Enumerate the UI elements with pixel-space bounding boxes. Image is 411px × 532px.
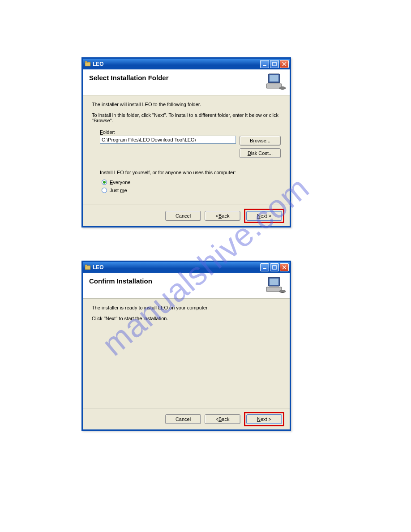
install-for-text: Install LEO for yourself, or for anyone …: [100, 170, 281, 175]
disk-cost-button[interactable]: Disk Cost...: [240, 148, 281, 158]
folder-label: Folder:: [100, 129, 281, 135]
window-title: LEO: [93, 61, 259, 67]
folder-input[interactable]: [100, 136, 236, 144]
svg-rect-19: [266, 287, 282, 292]
computer-installer-icon: [265, 71, 286, 93]
cancel-button[interactable]: Cancel: [165, 414, 201, 424]
installer-icon: [85, 264, 91, 270]
minimize-button[interactable]: [260, 263, 269, 271]
next-button[interactable]: Next >: [246, 414, 282, 424]
next-button-highlight: Next >: [244, 412, 284, 426]
radio-everyone[interactable]: Everyone: [102, 180, 281, 185]
dialog-body: The installer will install LEO to the fo…: [83, 95, 290, 205]
svg-point-10: [279, 86, 286, 89]
svg-rect-13: [263, 268, 266, 269]
radio-icon: [102, 180, 107, 185]
dialog-header: Select Installation Folder: [83, 69, 290, 95]
computer-installer-icon: [265, 275, 286, 296]
window-title: LEO: [93, 264, 259, 270]
svg-rect-18: [270, 279, 278, 285]
radio-everyone-label: Everyone: [110, 180, 130, 185]
next-button-highlight: Next >: [244, 209, 284, 223]
radio-icon: [102, 188, 107, 193]
svg-rect-11: [85, 266, 90, 270]
maximize-button[interactable]: [270, 60, 279, 68]
maximize-button[interactable]: [270, 263, 279, 271]
installer-dialog-select-folder: LEO Select Installation Folder The insta…: [81, 57, 291, 227]
close-button[interactable]: [280, 60, 289, 68]
svg-rect-8: [266, 84, 282, 88]
back-button[interactable]: < Back: [205, 414, 240, 424]
titlebar[interactable]: LEO: [83, 59, 290, 69]
radio-just-me[interactable]: Just me: [102, 188, 281, 193]
page-title: Confirm Installation: [89, 277, 283, 285]
browse-button[interactable]: Browse...: [240, 136, 281, 146]
svg-rect-12: [85, 265, 87, 266]
titlebar[interactable]: LEO: [83, 262, 290, 273]
dialog-footer: Cancel < Back Next >: [83, 205, 290, 226]
radio-just-me-label: Just me: [110, 188, 127, 193]
svg-rect-7: [270, 75, 278, 82]
close-button[interactable]: [280, 263, 289, 271]
installer-icon: [85, 61, 91, 67]
instruction-text-2: To install in this folder, click "Next".…: [92, 112, 281, 123]
dialog-footer: Cancel < Back Next >: [83, 408, 290, 429]
svg-rect-0: [85, 62, 90, 66]
back-button[interactable]: < Back: [205, 211, 240, 221]
svg-point-21: [279, 290, 286, 292]
instruction-text-1: The installer is ready to install LEO on…: [92, 305, 281, 310]
next-button[interactable]: Next >: [246, 211, 282, 221]
minimize-button[interactable]: [260, 60, 269, 68]
installer-dialog-confirm: LEO Confirm Installation The installer i…: [81, 261, 291, 431]
svg-rect-3: [273, 62, 276, 66]
svg-rect-2: [263, 65, 266, 66]
page-title: Select Installation Folder: [89, 74, 283, 82]
instruction-text-2: Click "Next" to start the installation.: [92, 316, 281, 321]
dialog-header: Confirm Installation: [83, 273, 290, 299]
instruction-text-1: The installer will install LEO to the fo…: [92, 102, 281, 107]
svg-rect-14: [273, 266, 276, 269]
svg-rect-1: [85, 61, 87, 63]
dialog-body: The installer is ready to install LEO on…: [83, 299, 290, 408]
cancel-button[interactable]: Cancel: [165, 211, 201, 221]
